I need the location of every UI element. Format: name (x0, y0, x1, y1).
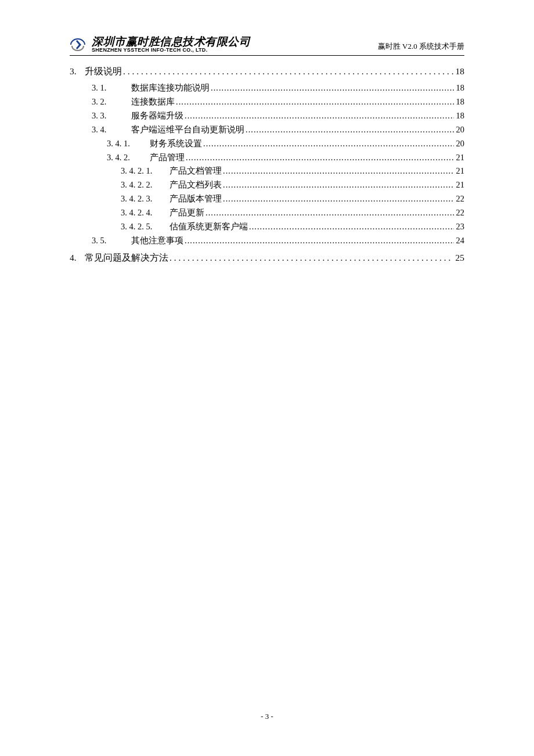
toc-number: 3. 1. (92, 81, 131, 95)
toc-page: 23 (455, 220, 465, 234)
page-footer: - 3 - (0, 712, 534, 721)
toc-entry-3-2[interactable]: 3. 2. 连接数据库 18 (70, 95, 464, 109)
toc-entry-3-1[interactable]: 3. 1. 数据库连接功能说明 18 (70, 81, 464, 95)
toc-page: 22 (455, 192, 465, 206)
toc-leader (223, 178, 454, 192)
toc-label: 连接数据库 (131, 95, 175, 109)
toc-number: 3. 4. (92, 123, 131, 137)
toc-number: 3. 4. 2. 5. (121, 220, 169, 234)
toc-page: 20 (455, 123, 465, 137)
toc-label: 产品文档管理 (169, 164, 222, 178)
toc-leader (176, 95, 454, 109)
toc-page: 18 (455, 81, 465, 95)
company-logo-icon (70, 38, 86, 52)
company-name-en: SHENZHEN YSSTECH INFO-TECH CO., LTD. (92, 48, 250, 53)
toc-number: 4. (70, 250, 85, 265)
toc-entry-3-4-2-2[interactable]: 3. 4. 2. 2. 产品文档列表 21 (70, 178, 464, 192)
toc-label: 其他注意事项 (131, 234, 183, 248)
toc-label: 财务系统设置 (150, 137, 202, 151)
toc-leader (203, 137, 454, 151)
toc-leader (185, 109, 454, 123)
toc-entry-3-4-2-3[interactable]: 3. 4. 2. 3. 产品版本管理 22 (70, 192, 464, 206)
toc-page: 18 (455, 109, 465, 123)
toc-leader (246, 123, 454, 137)
toc-entry-3-3[interactable]: 3. 3. 服务器端升级 18 (70, 109, 464, 123)
toc-page: 25 (454, 250, 465, 265)
toc-leader (223, 164, 454, 178)
toc-label: 产品版本管理 (169, 192, 222, 206)
brand-text: 深圳市赢时胜信息技术有限公司 SHENZHEN YSSTECH INFO-TEC… (92, 36, 250, 53)
toc-number: 3. 4. 1. (107, 137, 150, 151)
toc-number: 3. 2. (92, 95, 131, 109)
toc-leader (123, 64, 453, 79)
toc-label: 常见问题及解决方法 (85, 250, 168, 265)
toc-entry-3-5[interactable]: 3. 5. 其他注意事项 24 (70, 234, 464, 248)
toc-label: 升级说明 (85, 64, 122, 79)
toc-leader (185, 234, 454, 248)
toc-leader (223, 192, 454, 206)
document-title: 赢时胜 V2.0 系统技术手册 (378, 41, 464, 53)
toc-page: 20 (455, 137, 465, 151)
toc-entry-3-4-2[interactable]: 3. 4. 2. 产品管理 21 (70, 151, 464, 165)
toc-entry-3-4-2-5[interactable]: 3. 4. 2. 5. 估值系统更新客户端 23 (70, 220, 464, 234)
toc-label: 产品管理 (150, 151, 185, 165)
page-header: 深圳市赢时胜信息技术有限公司 SHENZHEN YSSTECH INFO-TEC… (70, 36, 464, 56)
toc-page: 22 (455, 206, 465, 220)
toc-number: 3. 4. 2. (107, 151, 150, 165)
toc-leader (205, 206, 454, 220)
toc-label: 产品文档列表 (169, 178, 222, 192)
toc-leader (249, 220, 454, 234)
toc-entry-3-4[interactable]: 3. 4. 客户端运维平台自动更新说明 20 (70, 123, 464, 137)
table-of-contents: 3. 升级说明 18 3. 1. 数据库连接功能说明 18 3. 2. 连接数据… (70, 64, 464, 265)
toc-page: 21 (455, 151, 465, 165)
toc-number: 3. 4. 2. 3. (121, 192, 169, 206)
company-name-cn: 深圳市赢时胜信息技术有限公司 (92, 36, 250, 48)
toc-leader (186, 151, 454, 165)
page: 深圳市赢时胜信息技术有限公司 SHENZHEN YSSTECH INFO-TEC… (0, 0, 534, 291)
page-number: - 3 - (261, 712, 273, 721)
toc-entry-3-4-2-4[interactable]: 3. 4. 2. 4. 产品更新 22 (70, 206, 464, 220)
toc-number: 3. 3. (92, 109, 131, 123)
toc-number: 3. 5. (92, 234, 131, 248)
toc-number: 3. 4. 2. 2. (121, 178, 169, 192)
toc-label: 估值系统更新客户端 (169, 220, 248, 234)
brand-block: 深圳市赢时胜信息技术有限公司 SHENZHEN YSSTECH INFO-TEC… (70, 36, 250, 53)
toc-page: 21 (455, 164, 465, 178)
toc-label: 数据库连接功能说明 (131, 81, 210, 95)
toc-number: 3. (70, 64, 85, 79)
toc-number: 3. 4. 2. 4. (121, 206, 169, 220)
toc-leader (169, 250, 453, 265)
toc-label: 客户端运维平台自动更新说明 (131, 123, 244, 137)
toc-page: 18 (455, 95, 465, 109)
toc-page: 21 (455, 178, 465, 192)
toc-entry-3[interactable]: 3. 升级说明 18 (70, 64, 464, 79)
toc-entry-3-4-2-1[interactable]: 3. 4. 2. 1. 产品文档管理 21 (70, 164, 464, 178)
toc-page: 24 (455, 234, 465, 248)
toc-entry-4[interactable]: 4. 常见问题及解决方法 25 (70, 250, 464, 265)
toc-label: 产品更新 (169, 206, 204, 220)
toc-page: 18 (454, 64, 465, 79)
toc-number: 3. 4. 2. 1. (121, 164, 169, 178)
toc-leader (211, 81, 454, 95)
toc-entry-3-4-1[interactable]: 3. 4. 1. 财务系统设置 20 (70, 137, 464, 151)
toc-label: 服务器端升级 (131, 109, 183, 123)
